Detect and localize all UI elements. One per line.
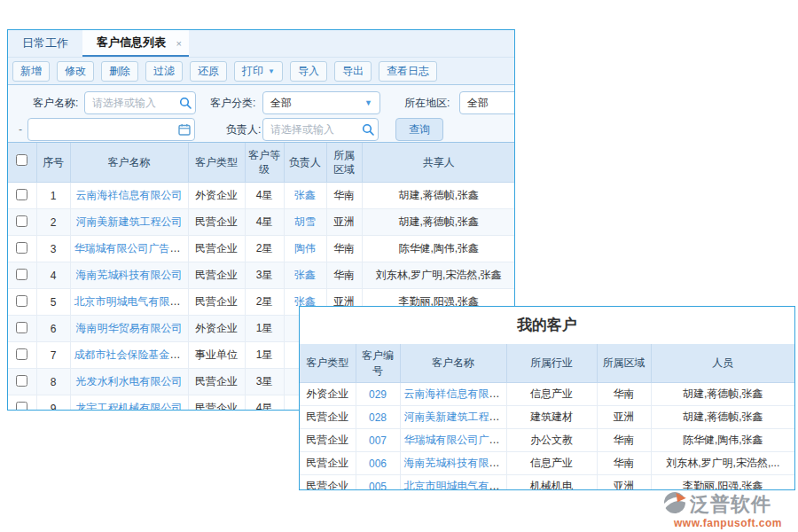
my-header-code: 客户编号 [356,344,400,383]
row-shared: 陈华健,陶伟,张鑫 [362,236,515,262]
select-all-checkbox[interactable] [16,154,27,166]
customer-name-link[interactable]: 龙宇工程机械有限公司 [76,402,183,411]
delete-button[interactable]: 删除 [101,61,138,82]
row-check-cell [8,316,36,342]
row-shared: 胡建,蒋德帧,张鑫 [362,209,515,236]
row-no: 3 [36,236,70,262]
my-header-region: 所属区域 [597,344,651,383]
customer-name-link[interactable]: 华瑞城有限公司广告设计部 [404,434,507,446]
row-level: 1星 [245,342,284,369]
customer-name-link[interactable]: 云南海祥信息有限公司 [404,387,507,400]
customer-code-link[interactable]: 005 [369,481,387,491]
customer-name-link[interactable]: 云南海祥信息有限公司 [76,189,183,201]
row-checkbox[interactable] [16,295,27,307]
my-table-row: 外资企业 029 云南海祥信息有限公司 信息产业 华南 胡建,蒋德帧,张鑫 [300,383,794,406]
my-table-row: 民营企业 028 河南美新建筑工程公司 建筑建材 亚洲 胡建,蒋德帧,张鑫 [300,406,794,429]
customer-code-link[interactable]: 028 [369,411,387,424]
row-level: 2星 [245,289,284,316]
row-checkbox[interactable] [16,322,27,333]
customer-code-link[interactable]: 006 [369,458,387,470]
customer-category-select[interactable]: 全部 ▼ [262,91,380,114]
table-header-row: 序号 客户名称 客户类型 客户等级 负责人 所属区域 共享人 [8,143,515,183]
add-button[interactable]: 新增 [12,61,50,82]
owner-link[interactable]: 张鑫 [294,269,316,281]
print-button[interactable]: 打印 ▼ [234,61,283,82]
customer-name-link[interactable]: 海南芜城科技有限公司 [76,269,183,281]
restore-button[interactable]: 还原 [190,61,227,82]
date-range-dash: - [19,118,22,141]
export-button[interactable]: 导出 [334,61,372,82]
owner-link[interactable]: 张鑫 [294,189,316,201]
my-row-region: 亚洲 [597,406,651,429]
customer-name-link[interactable]: 河南美新建筑工程公司 [404,411,507,423]
my-row-region: 华南 [597,452,651,475]
tab-close-icon[interactable]: × [176,31,182,56]
customer-name-link[interactable]: 华瑞城有限公司广告设计部 [74,242,189,254]
customer-name-link[interactable]: 北京市明城电气有限公司 [74,295,189,308]
my-table-row: 民营企业 007 华瑞城有限公司广告设计部 办公文教 华南 陈华健,陶伟,张鑫 [300,429,794,452]
my-row-region: 亚洲 [597,475,651,491]
owner-link[interactable]: 陶伟 [294,242,316,254]
customer-name-label: 客户名称: [33,91,78,114]
my-row-type: 外资企业 [300,383,356,406]
customer-name-link[interactable]: 海南芜城科技有限公司 [404,457,507,469]
customer-name-input[interactable] [85,97,176,109]
fanpu-logo-icon [661,489,688,520]
row-check-cell [8,369,36,395]
my-table-row: 民营企业 005 北京市明城电气有限公司 机械机电 亚洲 李勤丽,阳强,张鑫 [300,475,794,491]
import-button[interactable]: 导入 [290,61,327,82]
row-checkbox[interactable] [16,348,27,360]
search-icon[interactable] [176,97,195,109]
row-checkbox[interactable] [16,189,27,200]
row-level: 4星 [245,209,284,236]
row-type: 事业单位 [188,342,245,369]
customer-name-link[interactable]: 河南美新建筑工程公司 [76,215,183,228]
search-icon[interactable] [358,123,378,136]
customer-code-link[interactable]: 029 [369,388,387,401]
my-row-type: 民营企业 [300,452,356,475]
query-button[interactable]: 查询 [395,118,443,141]
customer-name-link[interactable]: 光发水利水电有限公司 [76,375,183,387]
row-checkbox[interactable] [16,269,27,280]
row-checkbox[interactable] [16,375,27,387]
tab-daily-work[interactable]: 日常工作 [8,30,82,57]
customer-name-link[interactable]: 北京市明城电气有限公司 [404,480,507,490]
row-shared: 刘东林,罗广明,宋浩然,张鑫 [362,262,515,289]
view-log-button[interactable]: 查看日志 [379,61,437,82]
row-type: 民营企业 [188,369,245,395]
row-checkbox[interactable] [16,215,27,227]
customer-name-link[interactable]: 海南明华贸易有限公司 [76,322,183,334]
my-row-industry: 信息产业 [506,452,597,475]
owner-input[interactable] [263,123,358,136]
row-type: 外资企业 [188,316,245,342]
row-region: 亚洲 [326,209,362,236]
my-customers-panel: 我的客户 客户类型 客户编号 客户名称 所属行业 所属区域 人员 外资企业 02… [299,306,795,490]
owner-field [262,118,379,141]
row-type: 民营企业 [188,395,245,411]
modify-button[interactable]: 修改 [57,61,94,82]
tab-customer-info-list[interactable]: 客户信息列表 × [82,30,189,57]
my-header-industry: 所属行业 [506,344,597,383]
calendar-icon[interactable] [175,123,194,136]
table-row: 3 华瑞城有限公司广告设计部 民营企业 2星 陶伟 华南 陈华健,陶伟,张鑫 [8,236,515,262]
filter-button[interactable]: 过滤 [145,61,183,82]
header-customer-name: 客户名称 [70,143,188,183]
my-row-people: 胡建,蒋德帧,张鑫 [651,406,794,429]
my-header-name: 客户名称 [400,344,506,383]
row-level: 1星 [245,316,284,342]
customer-category-label: 客户分类: [210,91,255,114]
row-check-cell [8,262,36,289]
row-checkbox[interactable] [16,402,27,411]
customer-code-link[interactable]: 007 [369,434,387,447]
date-input[interactable] [28,123,175,136]
owner-link[interactable]: 胡雪 [294,215,316,228]
my-customers-title: 我的客户 [300,307,794,344]
area-select[interactable]: 全部 [459,91,515,114]
row-check-cell [8,209,36,236]
row-checkbox[interactable] [16,242,27,254]
row-no: 8 [36,369,70,395]
customer-name-link[interactable]: 成都市社会保险基金管理... [74,348,189,361]
row-region: 华南 [326,262,362,289]
toolbar: 新增 修改 删除 过滤 还原 打印 ▼ 导入 导出 查看日志 [8,58,514,85]
row-region: 华南 [326,183,362,209]
